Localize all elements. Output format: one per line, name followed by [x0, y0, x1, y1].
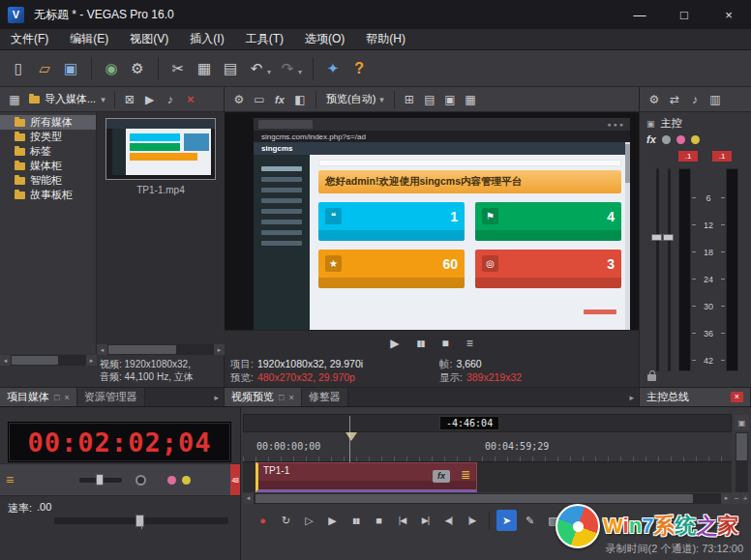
previous-frame-button[interactable]: ◀| [438, 510, 459, 531]
maximize-button[interactable]: □ [662, 0, 706, 29]
track-pan-knob[interactable] [135, 475, 146, 486]
tab-trimmer[interactable]: 修整器 [302, 388, 348, 406]
media-thumbnail-tp1-1[interactable]: TP1-1.mp4 [105, 118, 216, 195]
views-icon[interactable]: ▦ [5, 90, 24, 109]
copy-icon[interactable]: ▦ [192, 56, 217, 81]
track-menu-icon[interactable]: ≡ [6, 473, 14, 486]
scroll-thumb[interactable] [255, 494, 693, 503]
tree-item-storyboard-bins[interactable]: 故事板柜 [0, 188, 96, 202]
normal-edit-tool-icon[interactable]: ➤ [496, 510, 517, 531]
video-output-fx-icon[interactable]: fx [270, 90, 289, 109]
marker-bar[interactable]: -4:46:04 [243, 414, 732, 432]
timeline-event-tp1-1[interactable]: TP1-1 fx ≣ [255, 462, 477, 492]
redo-caret-icon[interactable]: ▾ [298, 68, 302, 76]
tab-overflow-icon[interactable]: ▸ [624, 388, 639, 406]
scroll-track[interactable] [11, 355, 86, 366]
event-fx-button[interactable]: fx [433, 470, 450, 483]
close-tab-icon[interactable]: × [64, 393, 69, 402]
scroll-track[interactable] [107, 344, 214, 355]
envelope-tool-icon[interactable]: ✎ [520, 510, 540, 531]
preview-play-button[interactable]: ▶ [390, 337, 399, 350]
close-tab-icon[interactable]: × [731, 392, 743, 402]
track-mute-icon[interactable] [167, 476, 176, 485]
minimize-button[interactable]: — [617, 0, 662, 29]
scroll-left-icon[interactable]: ◂ [243, 493, 254, 504]
timeline-hscrollbar[interactable]: ◂ ▸ [243, 492, 732, 504]
tab-video-preview[interactable]: 视频预览 □ × [225, 388, 302, 406]
remove-all-media-icon[interactable]: × [181, 90, 200, 109]
menu-view[interactable]: 视图(V) [119, 29, 179, 50]
track-volume-fader[interactable] [79, 478, 122, 483]
undo-caret-icon[interactable]: ▾ [267, 68, 271, 76]
thumbnails-hscrollbar[interactable]: ◂ ▸ [97, 344, 225, 355]
undo-icon[interactable]: ↶ [244, 56, 269, 81]
open-icon[interactable]: ▱ [32, 56, 57, 81]
fader-handle-right[interactable] [663, 234, 674, 241]
fx-slot-icon[interactable] [662, 135, 671, 144]
go-to-end-button[interactable]: ▶| [415, 510, 436, 531]
tab-project-media[interactable]: 项目媒体 □ × [0, 388, 77, 406]
paste-icon[interactable]: ▤ [218, 56, 243, 81]
menu-help[interactable]: 帮助(H) [355, 29, 416, 50]
scroll-track[interactable] [254, 493, 721, 504]
track-volume-handle[interactable] [96, 474, 104, 486]
start-preview-icon[interactable]: ▶ [140, 90, 160, 109]
publish-icon[interactable]: ◉ [99, 56, 124, 81]
record-button[interactable]: ● [253, 510, 273, 531]
grid-overlay-icon[interactable]: ⊞ [400, 90, 419, 109]
timeline-ruler[interactable]: 00:00:00;00 00:04:59;29 [243, 432, 732, 462]
tab-overflow-icon[interactable]: ▸ [209, 388, 224, 406]
track-vscrollbar[interactable] [736, 432, 748, 492]
go-to-start-button[interactable]: |◀ [392, 510, 412, 531]
rate-slider[interactable] [54, 517, 228, 524]
tab-explorer[interactable]: 资源管理器 [77, 388, 145, 406]
save-snapshot-icon[interactable]: ▣ [440, 90, 460, 109]
fader-handle-left[interactable] [651, 234, 662, 241]
fader-track-right[interactable] [668, 168, 671, 371]
scroll-left-icon[interactable]: ◂ [97, 344, 107, 355]
tree-item-all-media[interactable]: 所有媒体 [0, 115, 96, 130]
preview-menu-button[interactable]: ≡ [466, 337, 473, 350]
pause-button[interactable]: ▮▮ [345, 510, 366, 531]
timecode-display[interactable]: 00:02:02;04 [8, 422, 231, 462]
menu-edit[interactable]: 编辑(E) [59, 29, 119, 50]
next-frame-button[interactable]: |▶ [462, 510, 482, 531]
redo-icon[interactable]: ↷ [275, 56, 300, 81]
new-project-icon[interactable]: ▯ [6, 56, 31, 81]
fx-plugin-yellow-icon[interactable] [691, 135, 700, 144]
peak-right-badge[interactable]: .1 [712, 151, 732, 162]
zoom-out-button[interactable]: − [733, 492, 740, 504]
menu-options[interactable]: 选项(O) [294, 29, 355, 50]
scroll-right-icon[interactable]: ▸ [86, 355, 97, 366]
tree-hscrollbar[interactable]: ◂ ▸ [0, 355, 97, 366]
peak-left-badge[interactable]: .1 [678, 151, 698, 162]
play-button[interactable]: ▶ [322, 510, 343, 531]
downmix-icon[interactable]: ⇄ [665, 90, 684, 109]
scroll-right-icon[interactable]: ▸ [721, 493, 732, 504]
help-icon[interactable]: ? [346, 56, 372, 81]
tab-master-bus[interactable]: 主控总线 × [640, 388, 751, 406]
loop-playback-button[interactable]: ↻ [276, 510, 296, 531]
tree-item-media-bins[interactable]: 媒体柜 [0, 159, 96, 173]
mixer-settings-icon[interactable]: ⚙ [645, 90, 664, 109]
import-media-button[interactable]: 导入媒体... ▾ [25, 90, 109, 108]
mixer-view-icon[interactable]: ▥ [706, 90, 725, 109]
preview-audio-icon[interactable]: ♪ [161, 90, 180, 109]
preview-settings-icon[interactable]: ⚙ [229, 90, 249, 109]
fader-track-left[interactable] [656, 168, 659, 371]
track-solo-icon[interactable] [182, 476, 191, 485]
timeline-marker[interactable] [345, 432, 357, 441]
split-screen-icon[interactable]: ◧ [290, 90, 310, 109]
float-window-icon[interactable]: □ [54, 393, 59, 402]
tree-item-smart-bins[interactable]: 智能柜 [0, 173, 96, 188]
close-tab-icon[interactable]: × [288, 393, 293, 402]
preview-quality-dropdown[interactable]: 预览(自动) ▾ [321, 91, 389, 107]
preview-stop-button[interactable]: ■ [441, 337, 448, 350]
close-button[interactable]: × [706, 0, 751, 29]
scroll-thumb[interactable] [736, 433, 747, 460]
scroll-right-icon[interactable]: ▸ [214, 344, 225, 355]
save-icon[interactable]: ▣ [58, 56, 83, 81]
safe-area-overlay-icon[interactable]: ▤ [420, 90, 439, 109]
master-fx-icon[interactable]: fx [646, 133, 656, 145]
external-monitor-icon[interactable]: ▭ [250, 90, 269, 109]
